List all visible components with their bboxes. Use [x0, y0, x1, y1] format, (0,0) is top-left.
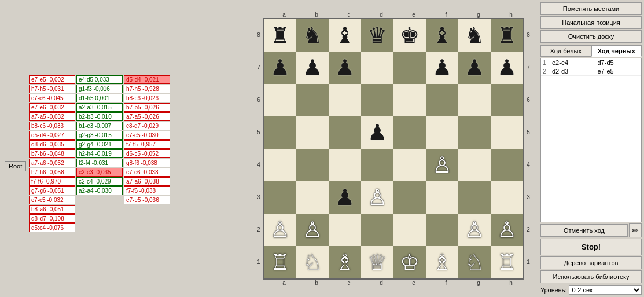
square-e2[interactable]: [393, 214, 426, 246]
list-item[interactable]: c2-c4 -0,029: [76, 177, 123, 186]
square-a3[interactable]: [264, 181, 296, 214]
square-g2[interactable]: ♙: [458, 214, 491, 246]
square-b1[interactable]: ♘: [296, 246, 329, 278]
square-b8[interactable]: ♞: [296, 19, 329, 52]
list-item[interactable]: b8-c6 -0,026: [124, 94, 170, 102]
square-c7[interactable]: ♟: [329, 52, 361, 84]
list-item[interactable]: b7-b5 -0,026: [124, 103, 170, 112]
list-item[interactable]: a7-a6 -0,038: [124, 177, 170, 186]
stop-button[interactable]: Stop!: [540, 239, 642, 255]
list-item[interactable]: a7-a6 -0,052: [29, 159, 75, 167]
square-c2[interactable]: [329, 214, 361, 246]
square-h1[interactable]: ♖: [491, 246, 523, 278]
white-move-tab[interactable]: Ход белых: [540, 45, 591, 57]
square-g8[interactable]: ♞: [458, 19, 491, 52]
square-h3[interactable]: [491, 181, 523, 214]
square-d7[interactable]: [361, 52, 393, 84]
list-item[interactable]: b8-a6 -0,051: [29, 205, 75, 214]
square-f4[interactable]: ♙: [426, 149, 458, 181]
list-item[interactable]: a7-a5 -0,032: [29, 112, 75, 121]
list-item[interactable]: g2-g3 -0,015: [76, 131, 123, 140]
list-item[interactable]: c7-c5 -0,032: [29, 196, 75, 204]
list-item[interactable]: a2-a3 -0,015: [76, 103, 123, 112]
list-item[interactable]: g2-g4 -0,021: [76, 140, 123, 149]
list-item[interactable]: e7-e5 -0,002: [29, 75, 75, 84]
square-c4[interactable]: [329, 149, 361, 181]
square-a8[interactable]: ♜: [264, 19, 296, 52]
square-g6[interactable]: [458, 84, 491, 116]
swap-button[interactable]: Поменять местами: [540, 2, 642, 15]
list-item[interactable]: c7-c5 -0,030: [124, 131, 170, 140]
square-e5[interactable]: [393, 116, 426, 149]
undo-button[interactable]: Отменить ход: [540, 224, 628, 237]
list-item[interactable]: d8-d6 -0,035: [29, 140, 75, 149]
square-d6[interactable]: [361, 84, 393, 116]
list-item[interactable]: b2-b3 -0,010: [76, 112, 123, 121]
square-f8[interactable]: ♝: [426, 19, 458, 52]
list-item[interactable]: f7-f5 -0,957: [124, 140, 170, 149]
square-e6[interactable]: [393, 84, 426, 116]
square-g3[interactable]: [458, 181, 491, 214]
square-a6[interactable]: [264, 84, 296, 116]
square-b7[interactable]: ♟: [296, 52, 329, 84]
list-item[interactable]: d6-c5 -0,052: [124, 149, 170, 158]
square-a2[interactable]: ♙: [264, 214, 296, 246]
square-b2[interactable]: ♙: [296, 214, 329, 246]
square-e4[interactable]: [393, 149, 426, 181]
chessboard[interactable]: ♜♞♝♛♚♝♞♜♟♟♟♟♟♟♟♙♟♙♙♙♙♙♖♘♗♕♔♗♘♖: [263, 18, 524, 280]
square-a4[interactable]: [264, 149, 296, 181]
square-g4[interactable]: [458, 149, 491, 181]
list-item[interactable]: h7-h5 -0,031: [29, 85, 75, 93]
list-item[interactable]: a2-a4 -0,030: [76, 186, 123, 195]
square-e1[interactable]: ♔: [393, 246, 426, 278]
square-a5[interactable]: [264, 116, 296, 149]
square-f1[interactable]: ♗: [426, 246, 458, 278]
list-item[interactable]: b7-b6 -0,048: [29, 149, 75, 158]
square-h4[interactable]: [491, 149, 523, 181]
square-h7[interactable]: ♟: [491, 52, 523, 84]
list-item[interactable]: d5-d4 -0,027: [29, 131, 75, 140]
square-b6[interactable]: [296, 84, 329, 116]
square-g7[interactable]: ♟: [458, 52, 491, 84]
square-d8[interactable]: ♛: [361, 19, 393, 52]
list-item[interactable]: g8-f6 -0,038: [124, 159, 170, 167]
square-c8[interactable]: ♝: [329, 19, 361, 52]
square-g1[interactable]: ♘: [458, 246, 491, 278]
square-d2[interactable]: [361, 214, 393, 246]
square-f5[interactable]: [426, 116, 458, 149]
list-item[interactable]: b1-c3 -0,007: [76, 122, 123, 130]
list-item[interactable]: d1-h5 0,001: [76, 94, 123, 102]
list-item[interactable]: g7-g6 -0,051: [29, 186, 75, 195]
square-b5[interactable]: [296, 116, 329, 149]
square-c5[interactable]: [329, 116, 361, 149]
list-item[interactable]: f7-f6 -0,038: [124, 186, 170, 195]
square-b3[interactable]: [296, 181, 329, 214]
square-c3[interactable]: ♟: [329, 181, 361, 214]
list-item[interactable]: f2-f4 -0,031: [76, 159, 123, 167]
list-item[interactable]: h7-h5 -0,928: [124, 85, 170, 93]
square-f6[interactable]: [426, 84, 458, 116]
use-library-button[interactable]: Использовать библиотеку: [540, 270, 642, 283]
variants-tree-button[interactable]: Дерево вариантов: [540, 256, 642, 269]
square-f3[interactable]: [426, 181, 458, 214]
list-item[interactable]: b8-c6 -0,033: [29, 122, 75, 130]
square-d5[interactable]: ♟: [361, 116, 393, 149]
list-item[interactable]: e7-e6 -0,032: [29, 103, 75, 112]
square-c1[interactable]: ♗: [329, 246, 361, 278]
square-f2[interactable]: [426, 214, 458, 246]
square-g5[interactable]: [458, 116, 491, 149]
list-item[interactable]: e7-e5 -0,036: [124, 196, 170, 204]
square-h6[interactable]: [491, 84, 523, 116]
square-d4[interactable]: [361, 149, 393, 181]
square-e7[interactable]: [393, 52, 426, 84]
square-h2[interactable]: ♙: [491, 214, 523, 246]
list-item[interactable]: h7-h6 -0,058: [29, 168, 75, 177]
square-a7[interactable]: ♟: [264, 52, 296, 84]
list-item[interactable]: c2-c3 -0,035: [76, 168, 123, 177]
list-item[interactable]: c8-d7 -0,029: [124, 122, 170, 130]
square-d1[interactable]: ♕: [361, 246, 393, 278]
square-h8[interactable]: ♜: [491, 19, 523, 52]
square-b4[interactable]: [296, 149, 329, 181]
list-item[interactable]: f7-f6 -0,970: [29, 177, 75, 186]
square-a1[interactable]: ♖: [264, 246, 296, 278]
